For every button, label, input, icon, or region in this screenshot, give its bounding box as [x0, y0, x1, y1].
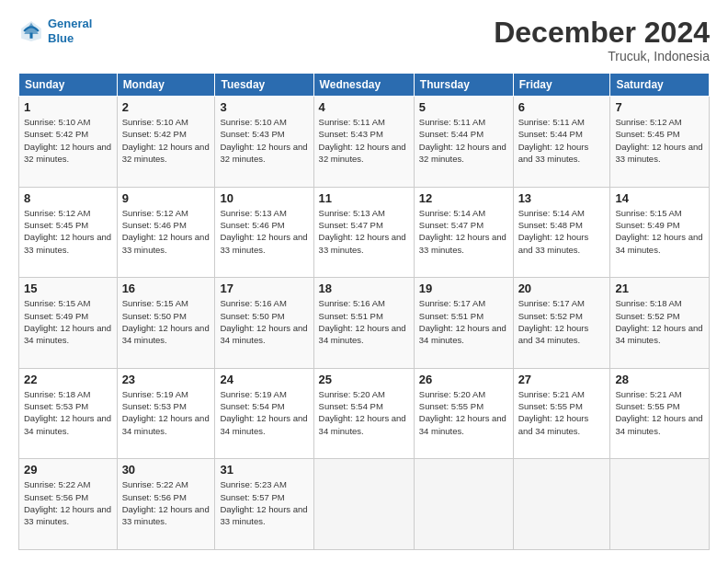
sunrise-label: Sunrise: 5:12 AM [24, 208, 90, 218]
sunset-label: Sunset: 5:52 PM [615, 311, 679, 321]
daylight-label: Daylight: 12 hours and 34 minutes. [122, 323, 210, 345]
sunset-label: Sunset: 5:50 PM [220, 311, 284, 321]
calendar-cell: 11 Sunrise: 5:13 AM Sunset: 5:47 PM Dayl… [313, 187, 414, 278]
sunrise-label: Sunrise: 5:12 AM [122, 208, 188, 218]
daylight-label: Daylight: 12 hours and 34 minutes. [518, 323, 589, 345]
daylight-label: Daylight: 12 hours and 34 minutes. [615, 323, 702, 345]
daylight-label: Daylight: 12 hours and 34 minutes. [419, 323, 506, 345]
header: General Blue December 2024 Trucuk, Indon… [18, 17, 710, 63]
day-number: 30 [122, 463, 210, 477]
daylight-label: Daylight: 12 hours and 34 minutes. [615, 413, 702, 435]
calendar-header: SundayMondayTuesdayWednesdayThursdayFrid… [19, 74, 710, 97]
logo-icon [18, 18, 44, 44]
calendar-cell: 4 Sunrise: 5:11 AM Sunset: 5:43 PM Dayli… [313, 97, 414, 188]
daylight-label: Daylight: 12 hours and 34 minutes. [220, 413, 307, 435]
daylight-label: Daylight: 12 hours and 33 minutes. [24, 504, 111, 526]
sunrise-label: Sunrise: 5:18 AM [615, 298, 681, 308]
calendar-cell: 17 Sunrise: 5:16 AM Sunset: 5:50 PM Dayl… [215, 278, 313, 369]
svg-rect-2 [29, 32, 32, 38]
calendar-cell: 10 Sunrise: 5:13 AM Sunset: 5:46 PM Dayl… [215, 187, 313, 278]
header-day: Friday [513, 74, 610, 97]
day-info: Sunrise: 5:17 AM Sunset: 5:51 PM Dayligh… [419, 297, 508, 346]
sunrise-label: Sunrise: 5:23 AM [220, 479, 286, 489]
sunrise-label: Sunrise: 5:17 AM [419, 298, 485, 308]
calendar-cell: 7 Sunrise: 5:12 AM Sunset: 5:45 PM Dayli… [610, 97, 710, 188]
sunset-label: Sunset: 5:47 PM [419, 220, 483, 230]
day-info: Sunrise: 5:15 AM Sunset: 5:49 PM Dayligh… [615, 207, 704, 256]
calendar-cell [513, 459, 610, 550]
header-day: Sunday [19, 74, 118, 97]
day-number: 11 [319, 191, 409, 205]
calendar-cell: 31 Sunrise: 5:23 AM Sunset: 5:57 PM Dayl… [215, 459, 313, 550]
day-info: Sunrise: 5:19 AM Sunset: 5:53 PM Dayligh… [122, 388, 210, 437]
daylight-label: Daylight: 12 hours and 33 minutes. [122, 232, 210, 254]
sunrise-label: Sunrise: 5:10 AM [24, 117, 90, 127]
sunrise-label: Sunrise: 5:15 AM [24, 298, 90, 308]
sunset-label: Sunset: 5:44 PM [419, 129, 483, 139]
daylight-label: Daylight: 12 hours and 34 minutes. [518, 413, 589, 435]
daylight-label: Daylight: 12 hours and 32 minutes. [419, 142, 506, 164]
day-info: Sunrise: 5:11 AM Sunset: 5:44 PM Dayligh… [518, 116, 606, 165]
sunset-label: Sunset: 5:43 PM [319, 129, 383, 139]
sunrise-label: Sunrise: 5:14 AM [518, 208, 585, 218]
day-number: 5 [419, 100, 508, 114]
day-number: 3 [220, 100, 308, 114]
daylight-label: Daylight: 12 hours and 34 minutes. [319, 323, 406, 345]
day-number: 24 [220, 373, 308, 386]
calendar-cell: 1 Sunrise: 5:10 AM Sunset: 5:42 PM Dayli… [19, 97, 118, 188]
calendar-week: 22 Sunrise: 5:18 AM Sunset: 5:53 PM Dayl… [19, 368, 710, 459]
daylight-label: Daylight: 12 hours and 33 minutes. [24, 232, 111, 254]
day-info: Sunrise: 5:14 AM Sunset: 5:48 PM Dayligh… [518, 207, 606, 256]
day-info: Sunrise: 5:20 AM Sunset: 5:54 PM Dayligh… [319, 388, 409, 437]
daylight-label: Daylight: 12 hours and 34 minutes. [24, 323, 111, 345]
sunrise-label: Sunrise: 5:11 AM [518, 117, 585, 127]
sunset-label: Sunset: 5:44 PM [518, 129, 583, 139]
day-number: 21 [615, 282, 704, 295]
day-info: Sunrise: 5:18 AM Sunset: 5:52 PM Dayligh… [615, 297, 704, 346]
day-info: Sunrise: 5:13 AM Sunset: 5:47 PM Dayligh… [319, 207, 409, 256]
sunrise-label: Sunrise: 5:15 AM [122, 298, 188, 308]
daylight-label: Daylight: 12 hours and 33 minutes. [319, 232, 406, 254]
sunrise-label: Sunrise: 5:15 AM [615, 208, 681, 218]
day-info: Sunrise: 5:14 AM Sunset: 5:47 PM Dayligh… [419, 207, 508, 256]
sunrise-label: Sunrise: 5:21 AM [518, 389, 585, 399]
day-info: Sunrise: 5:10 AM Sunset: 5:42 PM Dayligh… [122, 116, 210, 165]
daylight-label: Daylight: 12 hours and 34 minutes. [615, 232, 702, 254]
sunset-label: Sunset: 5:46 PM [220, 220, 284, 230]
day-info: Sunrise: 5:10 AM Sunset: 5:42 PM Dayligh… [24, 116, 112, 165]
calendar-cell: 28 Sunrise: 5:21 AM Sunset: 5:55 PM Dayl… [610, 368, 710, 459]
day-number: 8 [24, 191, 112, 205]
calendar-cell: 2 Sunrise: 5:10 AM Sunset: 5:42 PM Dayli… [117, 97, 215, 188]
calendar-cell: 16 Sunrise: 5:15 AM Sunset: 5:50 PM Dayl… [117, 278, 215, 369]
day-info: Sunrise: 5:19 AM Sunset: 5:54 PM Dayligh… [220, 388, 308, 437]
daylight-label: Daylight: 12 hours and 33 minutes. [518, 142, 589, 164]
sunset-label: Sunset: 5:47 PM [319, 220, 383, 230]
sunset-label: Sunset: 5:55 PM [518, 401, 583, 411]
month-title: December 2024 [494, 17, 710, 49]
sunrise-label: Sunrise: 5:13 AM [319, 208, 385, 218]
day-info: Sunrise: 5:23 AM Sunset: 5:57 PM Dayligh… [220, 478, 308, 527]
day-number: 15 [24, 282, 112, 295]
sunset-label: Sunset: 5:52 PM [518, 311, 583, 321]
sunset-label: Sunset: 5:55 PM [615, 401, 679, 411]
calendar-cell: 9 Sunrise: 5:12 AM Sunset: 5:46 PM Dayli… [117, 187, 215, 278]
sunset-label: Sunset: 5:42 PM [24, 129, 88, 139]
logo-line1: General [48, 17, 92, 30]
sunrise-label: Sunrise: 5:21 AM [615, 389, 681, 399]
sunset-label: Sunset: 5:45 PM [615, 129, 679, 139]
logo-line2: Blue [48, 31, 74, 45]
calendar-cell: 22 Sunrise: 5:18 AM Sunset: 5:53 PM Dayl… [19, 368, 118, 459]
day-number: 25 [319, 373, 409, 386]
day-info: Sunrise: 5:22 AM Sunset: 5:56 PM Dayligh… [24, 478, 112, 527]
calendar-cell [610, 459, 710, 550]
sunset-label: Sunset: 5:51 PM [419, 311, 483, 321]
calendar-cell: 26 Sunrise: 5:20 AM Sunset: 5:55 PM Dayl… [414, 368, 513, 459]
day-number: 12 [419, 191, 508, 205]
daylight-label: Daylight: 12 hours and 34 minutes. [122, 413, 210, 435]
day-number: 18 [319, 282, 409, 295]
calendar-cell: 29 Sunrise: 5:22 AM Sunset: 5:56 PM Dayl… [19, 459, 118, 550]
sunrise-label: Sunrise: 5:18 AM [24, 389, 90, 399]
sunrise-label: Sunrise: 5:13 AM [220, 208, 286, 218]
day-info: Sunrise: 5:15 AM Sunset: 5:50 PM Dayligh… [122, 297, 210, 346]
calendar-body: 1 Sunrise: 5:10 AM Sunset: 5:42 PM Dayli… [19, 97, 710, 550]
